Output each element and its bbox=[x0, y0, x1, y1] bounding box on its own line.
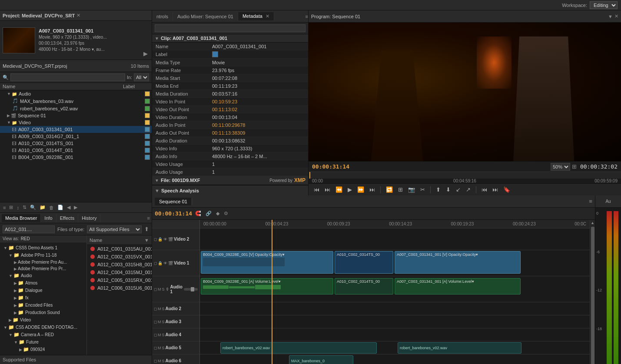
metadata-search-input[interactable] bbox=[155, 24, 306, 32]
program-playhead[interactable] bbox=[309, 172, 310, 179]
icon-view-button[interactable]: ⊞ bbox=[8, 204, 14, 211]
tree-audio-folder[interactable]: ▼ 📁 Audio bbox=[0, 90, 152, 97]
mt-adobe-au[interactable]: ▶ Adobe Premiere Pro Au... bbox=[2, 259, 85, 265]
track-mute-audio[interactable]: M bbox=[158, 359, 161, 363]
media-file-item-3[interactable]: A012_C003_0315H8_001.R3D bbox=[87, 261, 152, 268]
clip-a007-v[interactable]: A007_C003_031341_001 [V] Opacity:Opacity… bbox=[395, 251, 521, 274]
clip-max[interactable]: MAX_barebones_0 bbox=[289, 355, 353, 364]
delete-button[interactable]: 🗑 bbox=[48, 205, 55, 211]
mt-adobeppro[interactable]: ▼ 📁 Adobe PPro 11-18 bbox=[2, 251, 85, 259]
clip-robert-1[interactable]: robert_barebones_v02.wav bbox=[220, 342, 377, 354]
media-search-input[interactable] bbox=[3, 225, 55, 233]
mt-090924[interactable]: ▶ 📁 090924 bbox=[2, 346, 85, 353]
tl-link-button[interactable]: 🔗 bbox=[204, 210, 213, 217]
pm-lift-button[interactable]: ⬆ bbox=[434, 185, 442, 194]
next-button[interactable]: ▶ bbox=[73, 204, 79, 211]
pm-rewind-button[interactable]: ⏪ bbox=[334, 185, 344, 194]
pm-fast-forward-button[interactable]: ⏩ bbox=[355, 185, 366, 194]
pm-step-back-button[interactable]: ⏭ bbox=[323, 185, 332, 194]
track-sync-lock[interactable]: ◻ bbox=[154, 346, 157, 350]
track-solo[interactable]: S bbox=[162, 346, 165, 350]
metadata-tab-close-icon[interactable]: ✕ bbox=[266, 13, 269, 19]
mt-future[interactable]: ▼ 📁 Future bbox=[2, 338, 85, 346]
find-button[interactable]: 🔍 bbox=[29, 204, 37, 211]
track-sync-lock[interactable]: ◻ bbox=[154, 307, 157, 311]
track-mute-video[interactable]: 🎬 bbox=[168, 261, 173, 265]
metadata-settings-button[interactable]: ≡ bbox=[306, 14, 308, 19]
timeline-ruler[interactable]: 00:00:00:00 00:00:04:23 00:00:09:23 00:0… bbox=[200, 220, 590, 228]
upload-button[interactable]: ⬆ bbox=[144, 226, 149, 232]
track-solo[interactable]: S bbox=[162, 287, 165, 291]
mt-css5-demo[interactable]: ▼ 📁 CSS5 Demo Assets 1 bbox=[2, 244, 85, 251]
tree-video-file-1[interactable]: 🎞 A007_C003_031341_001 bbox=[0, 126, 152, 133]
mt-fx[interactable]: ▶ 📁 fx bbox=[2, 294, 85, 301]
track-eye[interactable]: 👁 bbox=[163, 237, 167, 242]
timeline-vertical-scrollbar[interactable]: ▲ ▼ bbox=[590, 220, 595, 364]
sort-button[interactable]: ⇅ bbox=[21, 204, 28, 211]
pm-close-button[interactable]: ✕ bbox=[614, 13, 618, 19]
pm-insert-button[interactable]: ↙ bbox=[454, 185, 462, 194]
tree-sequence[interactable]: ▶ 🎬 Sequence 01 bbox=[0, 112, 152, 119]
track-sync-lock[interactable]: ◻ bbox=[154, 320, 157, 324]
tab-effects[interactable]: Effects bbox=[56, 214, 78, 222]
pm-step-forward-button[interactable]: ⏭ bbox=[368, 185, 377, 194]
clip-play-button[interactable]: ▶ bbox=[142, 50, 149, 57]
timeline-settings-button[interactable]: ≡ bbox=[589, 198, 592, 205]
track-mute-audio[interactable]: M bbox=[158, 307, 161, 311]
in-select[interactable]: All bbox=[134, 73, 149, 81]
sort-col-button[interactable]: ▼ bbox=[144, 238, 149, 243]
track-sync-lock[interactable]: ◻ bbox=[154, 261, 157, 265]
track-solo[interactable]: S bbox=[162, 359, 165, 363]
track-mute-audio[interactable]: M bbox=[158, 333, 161, 337]
mt-encoded-files[interactable]: ▶ 📁 Encoded Files bbox=[2, 301, 85, 309]
mt-camera-a[interactable]: ▼ 📁 Camera A – RED bbox=[2, 331, 85, 338]
zoom-select[interactable]: 50% bbox=[551, 163, 570, 171]
tab-sequence-01[interactable]: Sequence 01 bbox=[155, 198, 192, 205]
mt-atmos[interactable]: ▶ 📁 Atmos bbox=[2, 279, 85, 287]
tab-audio-mixer[interactable]: Audio Mixer: Sequence 01 bbox=[173, 13, 238, 20]
pm-mark-in-button[interactable]: ⏮ bbox=[312, 185, 321, 194]
media-file-item-5[interactable]: A012_C005_0315RX_001.R3D bbox=[87, 276, 152, 284]
clip-a007-a[interactable]: A007_C003_031341_001 [A] Volume:Level▾ bbox=[395, 278, 521, 295]
track-sync-lock[interactable]: ◻ bbox=[154, 359, 157, 363]
tree-video-file-5[interactable]: 🎞 B004_C009_09228E_001 bbox=[0, 154, 152, 161]
track-mute-audio[interactable]: M bbox=[158, 346, 161, 350]
tree-video-folder[interactable]: ▼ 📁 Video bbox=[0, 119, 152, 126]
media-panel-settings-button[interactable]: ≡ bbox=[147, 215, 150, 221]
tree-video-file-3[interactable]: 🎞 A010_C002_0314TS_001 bbox=[0, 140, 152, 147]
pm-extract-button[interactable]: ⬇ bbox=[444, 185, 452, 194]
pm-settings-button[interactable]: ▼ bbox=[608, 13, 613, 19]
pm-overwrite-button[interactable]: ↗ bbox=[464, 185, 472, 194]
mt-production-sound[interactable]: ▶ 📁 Production Sound bbox=[2, 309, 85, 316]
track-sync-lock[interactable]: ◻ bbox=[154, 287, 157, 291]
media-file-item-4[interactable]: A012_C004_0315MJ_001.R3D bbox=[87, 268, 152, 276]
workspace-select[interactable]: Editing bbox=[590, 1, 618, 9]
vscroll-thumb[interactable] bbox=[591, 227, 594, 364]
tree-audio-file-2[interactable]: 🎵 robert_barebones_v02.wav bbox=[0, 105, 152, 112]
autoscroll-button[interactable]: ↕ bbox=[15, 205, 20, 211]
tab-metadata[interactable]: Metadata ✕ bbox=[238, 12, 274, 20]
pm-export-frame-button[interactable]: 📷 bbox=[406, 185, 417, 194]
project-close-icon[interactable]: ✕ bbox=[76, 13, 80, 18]
list-view-button[interactable]: ≡ bbox=[2, 205, 7, 211]
track-lock[interactable]: 🔒 bbox=[158, 237, 163, 242]
track-solo[interactable]: S bbox=[162, 307, 165, 311]
track-mute-audio[interactable]: M bbox=[158, 287, 161, 291]
tree-audio-file-1[interactable]: 🎵 MAX_barebones_03.wav bbox=[0, 97, 152, 105]
pm-safe-margins-button[interactable]: ⊞ bbox=[396, 185, 405, 194]
clip-b004-a[interactable]: B004_C009_09228E_001 [A] Volume:Level▾ bbox=[201, 278, 333, 295]
track-sync-lock[interactable]: ◻ bbox=[154, 333, 157, 337]
vscroll-up-button[interactable]: ▲ bbox=[590, 220, 595, 226]
mt-video-folder[interactable]: ▶ 📁 Video bbox=[2, 316, 85, 324]
clip-a010-v[interactable]: A010_C002_0314TS_00 bbox=[335, 251, 393, 274]
zoom-fit-button[interactable]: ⊞ bbox=[572, 163, 577, 170]
mt-dialogue[interactable]: ▶ 📁 Dialogue bbox=[2, 287, 85, 294]
pm-play-button[interactable]: ▶ bbox=[346, 185, 354, 194]
mt-adobe-pr[interactable]: ▶ Adobe Premiere Pro Pr... bbox=[2, 265, 85, 272]
pm-trim-button[interactable]: ✂ bbox=[418, 185, 427, 194]
mt-audio-folder[interactable]: ▼ 📁 Audio bbox=[2, 272, 85, 279]
pm-marker-button[interactable]: 🔖 bbox=[501, 185, 512, 194]
track-solo[interactable]: S bbox=[162, 320, 165, 324]
tl-snap-button[interactable]: 🧲 bbox=[194, 210, 203, 217]
media-file-item-1[interactable]: A012_C001_0315AU_001.R3D bbox=[87, 245, 152, 253]
